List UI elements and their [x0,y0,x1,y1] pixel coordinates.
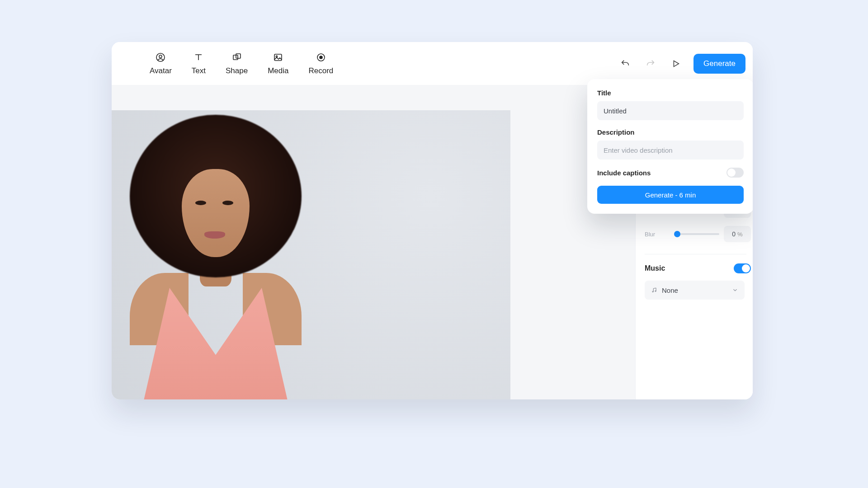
music-title: Music [645,264,665,272]
undo-button[interactable] [618,56,633,71]
svg-point-9 [652,291,653,292]
music-section: Music None [645,263,751,300]
description-label: Description [597,128,744,136]
redo-button[interactable] [643,56,658,71]
avatar-eye [222,201,233,205]
svg-rect-2 [233,55,238,60]
svg-marker-8 [674,61,679,66]
undo-icon [620,59,630,69]
tool-label: Shape [226,66,248,75]
chevron-down-icon [732,287,738,293]
avatar-eye [195,201,206,205]
blur-row: Blur 0 % [645,226,751,242]
text-icon [193,52,204,63]
divider [645,254,746,254]
tool-media[interactable]: Media [268,52,288,75]
play-icon [671,59,681,69]
popover-generate-button[interactable]: Generate - 6 min [597,186,744,204]
tool-text[interactable]: Text [192,52,206,75]
generate-popover: Title Description Include captions Gener… [587,79,753,214]
blur-unit: % [737,231,743,238]
record-icon [316,52,326,63]
music-selected: None [662,286,678,294]
music-note-icon [651,287,657,293]
toggle-knob [727,169,736,177]
toolbar: Avatar Text Shape Media Record [112,42,753,85]
play-button[interactable] [668,56,684,71]
captions-toggle[interactable] [726,168,744,178]
music-toggle[interactable] [734,263,751,273]
captions-label: Include captions [597,169,651,177]
toolbar-right: Generate [618,54,748,74]
slider-thumb[interactable] [674,231,680,237]
canvas[interactable] [112,110,510,399]
captions-row: Include captions [597,168,744,178]
toggle-knob [742,264,750,272]
svg-rect-4 [274,54,282,61]
tool-label: Record [309,66,334,75]
tool-record[interactable]: Record [309,52,334,75]
description-input[interactable] [597,141,744,160]
tool-label: Text [192,66,206,75]
tool-label: Media [268,66,288,75]
main-area [112,85,635,399]
music-header: Music [645,263,751,273]
app-window: Avatar Text Shape Media Record [112,42,753,399]
blur-slider[interactable] [675,233,719,235]
svg-point-10 [655,291,656,291]
redo-icon [646,59,656,69]
blur-label: Blur [645,231,670,238]
tool-avatar[interactable]: Avatar [150,52,172,75]
svg-rect-3 [236,54,241,58]
generate-button[interactable]: Generate [693,54,745,74]
tool-shape[interactable]: Shape [226,52,248,75]
svg-point-7 [320,56,322,59]
avatar-figure[interactable] [112,110,338,399]
tool-group: Avatar Text Shape Media Record [150,52,333,75]
title-label: Title [597,89,744,97]
svg-point-1 [159,55,162,58]
blur-value: 0 [732,230,736,238]
blur-value-box[interactable]: 0 % [724,226,751,242]
title-input[interactable] [597,101,744,120]
shape-icon [231,52,242,63]
tool-label: Avatar [150,66,172,75]
avatar-mouth [204,231,225,239]
music-select[interactable]: None [645,281,745,300]
avatar-icon [155,52,166,63]
media-icon [273,52,283,63]
